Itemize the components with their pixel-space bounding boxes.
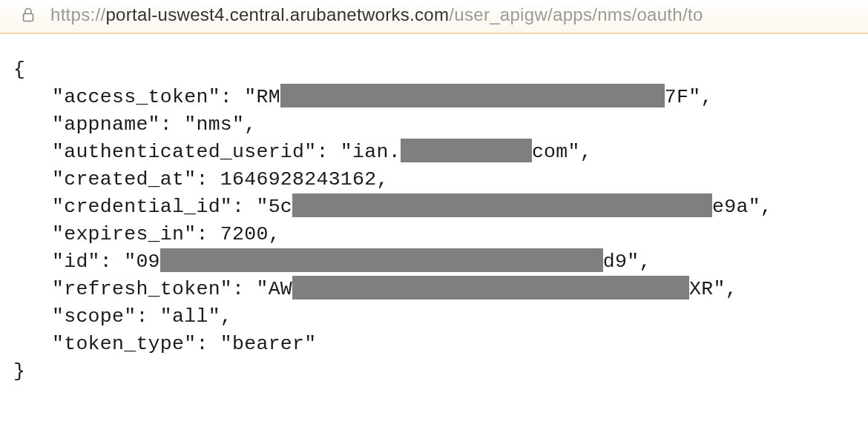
url-scheme: https://	[50, 4, 105, 24]
json-close-brace: }	[13, 358, 855, 385]
json-line-credential-id: "credential_id": "5ce9a",	[13, 193, 855, 221]
json-line-token-type: "token_type": "bearer"	[13, 331, 855, 358]
json-line-created-at: "created_at": 1646928243162,	[13, 166, 855, 193]
svg-rect-0	[24, 14, 33, 21]
redaction-block	[401, 139, 532, 162]
redaction-block	[292, 276, 689, 299]
url-path: /user_apigw/apps/nms/oauth/to	[449, 4, 703, 24]
json-line-id: "id": "09d9",	[13, 248, 855, 276]
json-line-expires-in: "expires_in": 7200,	[13, 221, 855, 248]
json-line-access-token: "access_token": "RM7F",	[13, 84, 855, 111]
redaction-block	[292, 193, 712, 217]
json-response-body: { "access_token": "RM7F", "appname": "nm…	[0, 34, 868, 385]
json-line-refresh-token: "refresh_token": "AWXR",	[13, 276, 855, 303]
redaction-block	[280, 84, 665, 107]
url-display[interactable]: https://portal-uswest4.central.arubanetw…	[50, 4, 703, 25]
redaction-block	[160, 248, 603, 272]
json-line-appname: "appname": "nms",	[13, 111, 855, 139]
lock-icon	[21, 6, 36, 24]
address-bar[interactable]: https://portal-uswest4.central.arubanetw…	[0, 0, 868, 34]
json-open-brace: {	[13, 56, 855, 84]
json-line-scope: "scope": "all",	[13, 303, 855, 331]
json-line-authenticated-userid: "authenticated_userid": "ian.com",	[13, 139, 855, 166]
url-host: portal-uswest4.central.arubanetworks.com	[105, 4, 449, 24]
